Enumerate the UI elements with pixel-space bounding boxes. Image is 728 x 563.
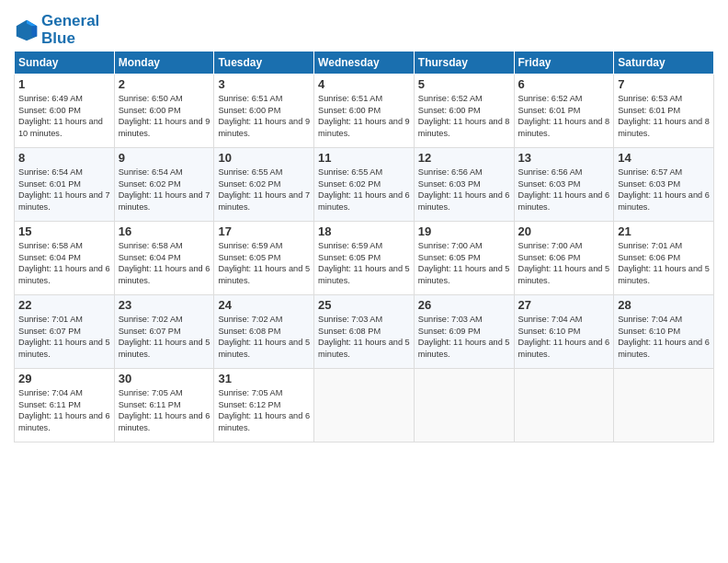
calendar-cell: 12Sunrise: 6:56 AMSunset: 6:03 PMDayligh… [414, 148, 514, 222]
day-number: 26 [418, 298, 510, 312]
calendar-cell: 7Sunrise: 6:53 AMSunset: 6:01 PMDaylight… [614, 75, 714, 148]
day-number: 13 [518, 151, 610, 165]
day-info: Sunrise: 6:55 AMSunset: 6:02 PMDaylight:… [318, 167, 410, 213]
calendar-cell [314, 369, 415, 442]
calendar-cell [514, 369, 614, 442]
calendar-cell [614, 369, 714, 442]
calendar-cell: 10Sunrise: 6:55 AMSunset: 6:02 PMDayligh… [214, 148, 314, 222]
day-number: 10 [218, 151, 310, 165]
day-number: 16 [119, 224, 210, 238]
calendar-cell: 31Sunrise: 7:05 AMSunset: 6:12 PMDayligh… [214, 369, 314, 442]
calendar-week-1: 1Sunrise: 6:49 AMSunset: 6:00 PMDaylight… [15, 75, 714, 148]
calendar-cell: 27Sunrise: 7:04 AMSunset: 6:10 PMDayligh… [514, 295, 614, 369]
day-number: 7 [618, 77, 710, 91]
calendar-cell: 26Sunrise: 7:03 AMSunset: 6:09 PMDayligh… [414, 295, 514, 369]
calendar-cell: 18Sunrise: 6:59 AMSunset: 6:05 PMDayligh… [314, 222, 415, 295]
day-info: Sunrise: 7:04 AMSunset: 6:10 PMDaylight:… [618, 314, 710, 360]
calendar-cell: 4Sunrise: 6:51 AMSunset: 6:00 PMDaylight… [314, 75, 415, 148]
day-info: Sunrise: 7:01 AMSunset: 6:07 PMDaylight:… [18, 314, 110, 360]
day-number: 22 [18, 298, 110, 312]
calendar-header-row: SundayMondayTuesdayWednesdayThursdayFrid… [15, 52, 714, 75]
calendar-header-saturday: Saturday [614, 52, 714, 75]
calendar-cell: 8Sunrise: 6:54 AMSunset: 6:01 PMDaylight… [15, 148, 115, 222]
day-info: Sunrise: 6:56 AMSunset: 6:03 PMDaylight:… [518, 167, 610, 213]
calendar-cell: 3Sunrise: 6:51 AMSunset: 6:00 PMDaylight… [214, 75, 314, 148]
day-number: 17 [218, 224, 310, 238]
day-number: 25 [318, 298, 410, 312]
day-info: Sunrise: 6:51 AMSunset: 6:00 PMDaylight:… [318, 93, 410, 139]
day-number: 6 [518, 77, 610, 91]
day-info: Sunrise: 6:54 AMSunset: 6:01 PMDaylight:… [18, 167, 110, 213]
day-number: 14 [618, 151, 710, 165]
calendar-header-thursday: Thursday [414, 52, 514, 75]
day-info: Sunrise: 7:03 AMSunset: 6:08 PMDaylight:… [318, 314, 410, 360]
day-number: 4 [318, 77, 410, 91]
day-number: 12 [418, 151, 510, 165]
day-number: 15 [18, 224, 110, 238]
calendar-cell: 21Sunrise: 7:01 AMSunset: 6:06 PMDayligh… [614, 222, 714, 295]
logo: General Blue [14, 13, 99, 47]
day-info: Sunrise: 6:49 AMSunset: 6:00 PMDaylight:… [18, 93, 110, 139]
day-number: 28 [618, 298, 710, 312]
day-info: Sunrise: 7:05 AMSunset: 6:12 PMDaylight:… [218, 387, 310, 433]
day-info: Sunrise: 6:52 AMSunset: 6:01 PMDaylight:… [518, 93, 610, 139]
day-info: Sunrise: 7:01 AMSunset: 6:06 PMDaylight:… [618, 240, 710, 286]
calendar-cell: 14Sunrise: 6:57 AMSunset: 6:03 PMDayligh… [614, 148, 714, 222]
calendar-cell: 30Sunrise: 7:05 AMSunset: 6:11 PMDayligh… [114, 369, 214, 442]
calendar-cell: 23Sunrise: 7:02 AMSunset: 6:07 PMDayligh… [114, 295, 214, 369]
day-number: 20 [518, 224, 610, 238]
day-info: Sunrise: 7:02 AMSunset: 6:07 PMDaylight:… [119, 314, 210, 360]
calendar-table: SundayMondayTuesdayWednesdayThursdayFrid… [14, 51, 714, 442]
day-number: 8 [18, 151, 110, 165]
logo-text: General Blue [41, 13, 99, 47]
calendar-week-4: 22Sunrise: 7:01 AMSunset: 6:07 PMDayligh… [15, 295, 714, 369]
header: General Blue [14, 9, 714, 47]
calendar-cell: 15Sunrise: 6:58 AMSunset: 6:04 PMDayligh… [15, 222, 115, 295]
day-info: Sunrise: 6:52 AMSunset: 6:00 PMDaylight:… [418, 93, 510, 139]
logo-icon [14, 17, 40, 43]
calendar-header-tuesday: Tuesday [214, 52, 314, 75]
calendar-cell: 9Sunrise: 6:54 AMSunset: 6:02 PMDaylight… [114, 148, 214, 222]
day-info: Sunrise: 6:57 AMSunset: 6:03 PMDaylight:… [618, 167, 710, 213]
calendar-cell: 28Sunrise: 7:04 AMSunset: 6:10 PMDayligh… [614, 295, 714, 369]
day-number: 29 [18, 372, 110, 385]
day-number: 3 [218, 77, 310, 91]
day-number: 9 [119, 151, 210, 165]
day-number: 21 [618, 224, 710, 238]
calendar-header-friday: Friday [514, 52, 614, 75]
calendar-header-monday: Monday [114, 52, 214, 75]
day-number: 5 [418, 77, 510, 91]
calendar-cell: 19Sunrise: 7:00 AMSunset: 6:05 PMDayligh… [414, 222, 514, 295]
calendar-cell: 13Sunrise: 6:56 AMSunset: 6:03 PMDayligh… [514, 148, 614, 222]
day-number: 31 [218, 372, 310, 385]
day-info: Sunrise: 7:00 AMSunset: 6:06 PMDaylight:… [518, 240, 610, 286]
day-number: 27 [518, 298, 610, 312]
day-info: Sunrise: 6:54 AMSunset: 6:02 PMDaylight:… [119, 167, 210, 213]
day-info: Sunrise: 6:50 AMSunset: 6:00 PMDaylight:… [119, 93, 210, 139]
calendar-cell: 2Sunrise: 6:50 AMSunset: 6:00 PMDaylight… [114, 75, 214, 148]
calendar-cell [414, 369, 514, 442]
day-info: Sunrise: 6:56 AMSunset: 6:03 PMDaylight:… [418, 167, 510, 213]
calendar-week-2: 8Sunrise: 6:54 AMSunset: 6:01 PMDaylight… [15, 148, 714, 222]
calendar-body: 1Sunrise: 6:49 AMSunset: 6:00 PMDaylight… [15, 75, 714, 442]
day-number: 19 [418, 224, 510, 238]
day-info: Sunrise: 7:02 AMSunset: 6:08 PMDaylight:… [218, 314, 310, 360]
calendar-cell: 6Sunrise: 6:52 AMSunset: 6:01 PMDaylight… [514, 75, 614, 148]
calendar-cell: 17Sunrise: 6:59 AMSunset: 6:05 PMDayligh… [214, 222, 314, 295]
day-info: Sunrise: 6:51 AMSunset: 6:00 PMDaylight:… [218, 93, 310, 139]
day-number: 1 [18, 77, 110, 91]
calendar-cell: 1Sunrise: 6:49 AMSunset: 6:00 PMDaylight… [15, 75, 115, 148]
calendar-cell: 22Sunrise: 7:01 AMSunset: 6:07 PMDayligh… [15, 295, 115, 369]
calendar-cell: 25Sunrise: 7:03 AMSunset: 6:08 PMDayligh… [314, 295, 415, 369]
day-number: 11 [318, 151, 410, 165]
calendar-week-5: 29Sunrise: 7:04 AMSunset: 6:11 PMDayligh… [15, 369, 714, 442]
calendar-header-wednesday: Wednesday [314, 52, 415, 75]
day-number: 18 [318, 224, 410, 238]
day-info: Sunrise: 6:55 AMSunset: 6:02 PMDaylight:… [218, 167, 310, 213]
day-info: Sunrise: 6:59 AMSunset: 6:05 PMDaylight:… [318, 240, 410, 286]
svg-marker-2 [32, 26, 38, 36]
calendar-cell: 11Sunrise: 6:55 AMSunset: 6:02 PMDayligh… [314, 148, 415, 222]
calendar-cell: 29Sunrise: 7:04 AMSunset: 6:11 PMDayligh… [15, 369, 115, 442]
day-number: 23 [119, 298, 210, 312]
calendar-cell: 16Sunrise: 6:58 AMSunset: 6:04 PMDayligh… [114, 222, 214, 295]
